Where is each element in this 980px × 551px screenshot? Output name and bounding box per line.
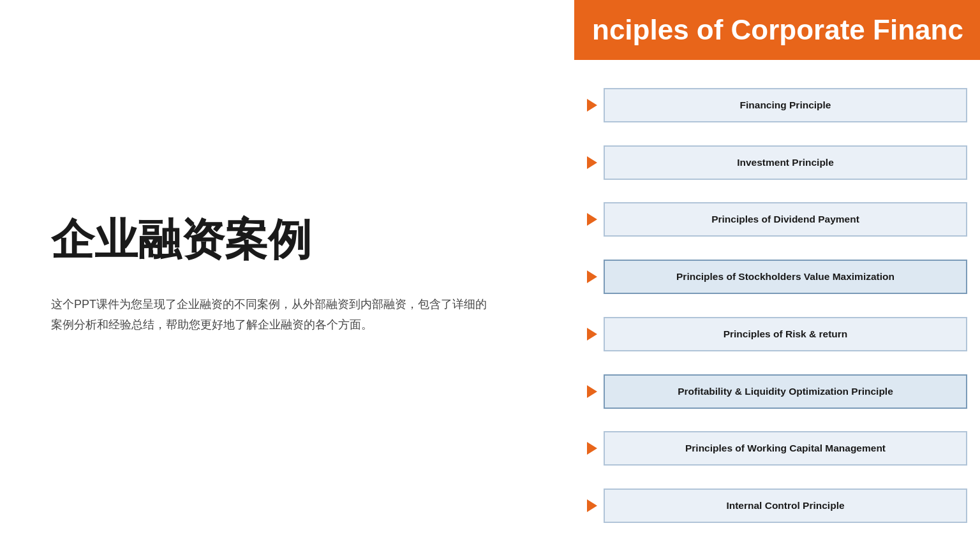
principle-label: Principles of Risk & return [724, 328, 848, 340]
principle-box[interactable]: Financing Principle [604, 88, 967, 122]
principle-box[interactable]: Principles of Working Capital Management [604, 431, 967, 466]
description-text: 这个PPT课件为您呈现了企业融资的不同案例，从外部融资到内部融资，包含了详细的案… [51, 294, 498, 335]
principle-label: Profitability & Liquidity Optimization P… [678, 386, 893, 397]
list-item[interactable]: Profitability & Liquidity Optimization P… [587, 374, 967, 409]
principle-label: Investment Principle [737, 157, 834, 168]
principle-label: Financing Principle [740, 99, 831, 111]
principle-box[interactable]: Profitability & Liquidity Optimization P… [604, 374, 967, 409]
principle-box[interactable]: Principles of Risk & return [604, 317, 967, 351]
left-panel: 企业融资案例 这个PPT课件为您呈现了企业融资的不同案例，从外部融资到内部融资，… [0, 0, 574, 551]
right-panel: nciples of Corporate Financ Financing Pr… [574, 0, 980, 551]
list-item[interactable]: Investment Principle [587, 145, 967, 180]
principles-list: Financing Principle Investment Principle… [574, 60, 980, 551]
principle-box[interactable]: Investment Principle [604, 145, 967, 180]
arrow-icon [587, 213, 597, 226]
list-item[interactable]: Principles of Dividend Payment [587, 202, 967, 237]
list-item[interactable]: Principles of Risk & return [587, 317, 967, 351]
list-item[interactable]: Principles of Working Capital Management [587, 431, 967, 466]
principle-label: Principles of Stockholders Value Maximiz… [676, 271, 895, 283]
principle-label: Internal Control Principle [726, 500, 844, 511]
arrow-icon [587, 328, 597, 341]
arrow-icon [587, 499, 597, 512]
arrow-icon [587, 99, 597, 112]
arrow-icon [587, 442, 597, 455]
arrow-icon [587, 385, 597, 398]
arrow-icon [587, 270, 597, 283]
list-item[interactable]: Internal Control Principle [587, 489, 967, 523]
header-banner: nciples of Corporate Financ [574, 0, 980, 60]
arrow-icon [587, 156, 597, 169]
header-title: nciples of Corporate Financ [592, 14, 963, 45]
list-item[interactable]: Principles of Stockholders Value Maximiz… [587, 260, 967, 294]
principle-box[interactable]: Internal Control Principle [604, 489, 967, 523]
principle-box[interactable]: Principles of Stockholders Value Maximiz… [604, 260, 967, 294]
main-title: 企业融资案例 [51, 216, 523, 263]
list-item[interactable]: Financing Principle [587, 88, 967, 122]
principle-box[interactable]: Principles of Dividend Payment [604, 202, 967, 237]
principle-label: Principles of Dividend Payment [711, 214, 859, 225]
principle-label: Principles of Working Capital Management [685, 443, 886, 454]
